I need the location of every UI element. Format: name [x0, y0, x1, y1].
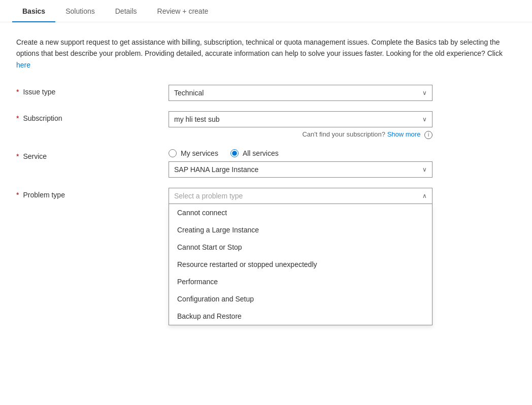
- problem-type-row: * Problem type Select a problem type Can…: [16, 188, 516, 204]
- subscription-chevron-down-icon: [422, 116, 427, 123]
- all-services-label: All services: [243, 149, 279, 157]
- issue-type-dropdown[interactable]: Technical: [169, 85, 433, 101]
- all-services-radio[interactable]: [230, 149, 239, 157]
- subscription-control: my hli test sub Can't find your subscrip…: [169, 111, 433, 139]
- subscription-hint: Can't find your subscription? Show more …: [169, 130, 433, 139]
- required-star-subscription: *: [16, 114, 19, 122]
- problem-option-configuration-setup[interactable]: Configuration and Setup: [169, 290, 432, 308]
- subscription-label: * Subscription: [16, 111, 169, 122]
- tab-solutions[interactable]: Solutions: [55, 0, 105, 22]
- issue-type-chevron-down-icon: [422, 89, 427, 96]
- problem-option-cannot-connect[interactable]: Cannot connect: [169, 204, 432, 221]
- tab-basics[interactable]: Basics: [12, 0, 55, 22]
- problem-option-backup-restore[interactable]: Backup and Restore: [169, 308, 432, 325]
- issue-type-control: Technical: [169, 85, 433, 101]
- show-more-link[interactable]: Show more: [387, 130, 421, 138]
- info-icon[interactable]: i: [424, 131, 433, 139]
- hint-text: Can't find your subscription?: [302, 130, 385, 138]
- service-row: * Service My services All services SAP H…: [16, 149, 516, 178]
- old-experience-link[interactable]: here: [16, 61, 30, 69]
- service-radio-group: My services All services: [169, 149, 433, 157]
- problem-option-creating-large-instance[interactable]: Creating a Large Instance: [169, 221, 432, 239]
- my-services-label: My services: [181, 149, 218, 157]
- required-star-issue: *: [16, 88, 19, 96]
- problem-type-control: Select a problem type Cannot connect Cre…: [169, 188, 433, 204]
- problem-type-dropdown-header[interactable]: Select a problem type: [169, 188, 433, 204]
- my-services-radio[interactable]: [169, 149, 177, 157]
- service-label: * Service: [16, 149, 169, 160]
- required-star-service: *: [16, 152, 19, 160]
- all-services-radio-label[interactable]: All services: [230, 149, 279, 157]
- service-control: My services All services SAP HANA Large …: [169, 149, 433, 178]
- subscription-value: my hli test sub: [174, 115, 418, 123]
- service-dropdown[interactable]: SAP HANA Large Instance: [169, 161, 433, 178]
- description-body: Create a new support request to get assi…: [16, 38, 503, 57]
- issue-type-value: Technical: [174, 89, 418, 97]
- service-value: SAP HANA Large Instance: [174, 165, 418, 174]
- main-content: Create a new support request to get assi…: [0, 22, 532, 228]
- subscription-row: * Subscription my hli test sub Can't fin…: [16, 111, 516, 139]
- tab-navigation: Basics Solutions Details Review + create: [0, 0, 532, 22]
- my-services-radio-label[interactable]: My services: [169, 149, 218, 157]
- issue-type-label: * Issue type: [16, 85, 169, 96]
- problem-type-dropdown-list: Cannot connect Creating a Large Instance…: [169, 204, 433, 325]
- problem-type-label: * Problem type: [16, 188, 169, 199]
- problem-type-placeholder: Select a problem type: [174, 192, 418, 200]
- required-star-problem: *: [16, 191, 19, 199]
- issue-type-row: * Issue type Technical: [16, 85, 516, 101]
- problem-option-resource-restarted[interactable]: Resource restarted or stopped unexpected…: [169, 256, 432, 273]
- problem-option-performance[interactable]: Performance: [169, 273, 432, 290]
- service-chevron-down-icon: [422, 166, 427, 173]
- subscription-dropdown[interactable]: my hli test sub: [169, 111, 433, 127]
- tab-details[interactable]: Details: [105, 0, 147, 22]
- problem-option-cannot-start-stop[interactable]: Cannot Start or Stop: [169, 239, 432, 256]
- description-text: Create a new support request to get assi…: [16, 37, 504, 71]
- tab-review-create[interactable]: Review + create: [147, 0, 219, 22]
- problem-type-chevron-up-icon: [422, 192, 427, 199]
